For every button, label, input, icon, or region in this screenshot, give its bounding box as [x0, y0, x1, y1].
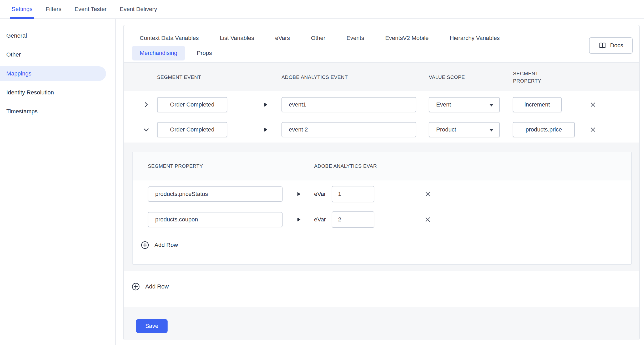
caret-down-icon	[489, 129, 494, 131]
evar-number-input[interactable]	[332, 186, 374, 202]
caret-down-icon	[489, 104, 494, 106]
tab-context-data-variables[interactable]: Context Data Variables	[140, 35, 199, 42]
tab-eventsv2-mobile[interactable]: EventsV2 Mobile	[385, 35, 429, 42]
tab-props[interactable]: Props	[197, 50, 212, 57]
sidebar-item-other[interactable]: Other	[0, 47, 115, 62]
docs-button-label: Docs	[610, 42, 623, 49]
evar-prefix-label: eVar	[314, 186, 326, 202]
tab-merchandising[interactable]: Merchandising	[132, 46, 185, 60]
remove-row-icon[interactable]	[424, 215, 432, 224]
sidebar-item-mappings[interactable]: Mappings	[0, 66, 106, 81]
tab-hierarchy-variables[interactable]: Hierarchy Variables	[450, 35, 500, 42]
save-button[interactable]: Save	[136, 319, 168, 333]
value-scope-selected: Product	[436, 126, 456, 133]
segment-property-input[interactable]	[148, 186, 283, 202]
mappings-table-header: SEGMENT EVENT ADOBE ANALYTICS EVENT VALU…	[124, 62, 639, 91]
arrow-right-icon	[264, 103, 267, 108]
expanded-mapping-section: SEGMENT PROPERTY ADOBE ANALYTICS EVAR eV…	[124, 143, 639, 271]
column-header-value-scope: VALUE SCOPE	[429, 63, 465, 92]
add-mapping-row-button[interactable]: Add Row	[132, 282, 169, 291]
card-footer: Save	[124, 307, 639, 340]
docs-button[interactable]: Docs	[589, 37, 633, 54]
mappings-card: Context Data Variables List Variables eV…	[123, 25, 640, 340]
sidebar-item-general[interactable]: General	[0, 28, 115, 43]
remove-row-icon[interactable]	[424, 190, 432, 198]
arrow-right-icon	[264, 128, 267, 133]
arrow-right-icon	[297, 217, 300, 223]
segment-property-button[interactable]: increment	[513, 97, 562, 112]
tab-evars[interactable]: eVars	[275, 35, 290, 42]
book-icon	[598, 42, 606, 49]
nav-tab-settings[interactable]: Settings	[12, 0, 33, 18]
arrow-right-icon	[297, 192, 300, 197]
evar-prefix-label: eVar	[314, 212, 326, 227]
column-header-adobe-analytics-evar: ADOBE ANALYTICS EVAR	[314, 152, 377, 180]
sidebar-item-identity-resolution[interactable]: Identity Resolution	[0, 85, 115, 100]
remove-row-icon[interactable]	[589, 125, 597, 134]
nav-tab-filters[interactable]: Filters	[46, 0, 62, 18]
variable-tabs-row1: Context Data Variables List Variables eV…	[124, 32, 587, 44]
remove-row-icon[interactable]	[589, 100, 597, 109]
value-scope-select[interactable]: Product	[429, 122, 500, 137]
tab-list-variables[interactable]: List Variables	[220, 35, 254, 42]
tab-other[interactable]: Other	[311, 35, 325, 42]
segment-event-button[interactable]: Order Completed	[157, 97, 227, 112]
add-row-label: Add Row	[154, 242, 178, 248]
add-row-label: Add Row	[145, 283, 169, 290]
segment-property-button[interactable]: products.price	[513, 122, 575, 137]
evar-row: eVar	[133, 212, 631, 227]
column-header-adobe-analytics-event: ADOBE ANALYTICS EVENT	[281, 63, 348, 92]
mapping-row: Order Completed Product products.price	[124, 122, 639, 137]
chevron-down-icon[interactable]	[142, 125, 150, 134]
mapping-row: Order Completed Event increment	[124, 97, 639, 112]
adobe-event-input[interactable]	[281, 97, 416, 112]
value-scope-select[interactable]: Event	[429, 97, 500, 112]
value-scope-selected: Event	[436, 101, 451, 108]
sidebar: General Other Mappings Identity Resoluti…	[0, 19, 116, 345]
page: Settings Filters Event Tester Event Deli…	[0, 0, 644, 345]
column-header-segment-event: SEGMENT EVENT	[157, 63, 201, 92]
nav-tab-event-tester[interactable]: Event Tester	[74, 0, 107, 18]
plus-circle-icon	[141, 241, 149, 249]
add-evar-row-button[interactable]: Add Row	[141, 241, 178, 249]
variable-tabs-row2: Merchandising Props	[124, 46, 587, 60]
sidebar-item-timestamps[interactable]: Timestamps	[0, 104, 115, 119]
tab-events[interactable]: Events	[346, 35, 364, 42]
nav-tab-event-delivery[interactable]: Event Delivery	[120, 0, 157, 18]
evar-number-input[interactable]	[332, 211, 374, 228]
top-nav: Settings Filters Event Tester Event Deli…	[0, 0, 644, 19]
plus-circle-icon	[132, 282, 140, 291]
column-header-segment-property: SEGMENT PROPERTY	[148, 152, 203, 180]
evar-table-header: SEGMENT PROPERTY ADOBE ANALYTICS EVAR	[133, 152, 631, 180]
column-header-segment-property: SEGMENT PROPERTY	[513, 63, 552, 92]
evar-table-card: SEGMENT PROPERTY ADOBE ANALYTICS EVAR eV…	[132, 152, 632, 265]
evar-row: eVar	[133, 186, 631, 202]
segment-event-button[interactable]: Order Completed	[157, 122, 227, 137]
adobe-event-input[interactable]	[281, 122, 416, 137]
segment-property-input[interactable]	[148, 212, 283, 227]
chevron-right-icon[interactable]	[142, 100, 150, 109]
